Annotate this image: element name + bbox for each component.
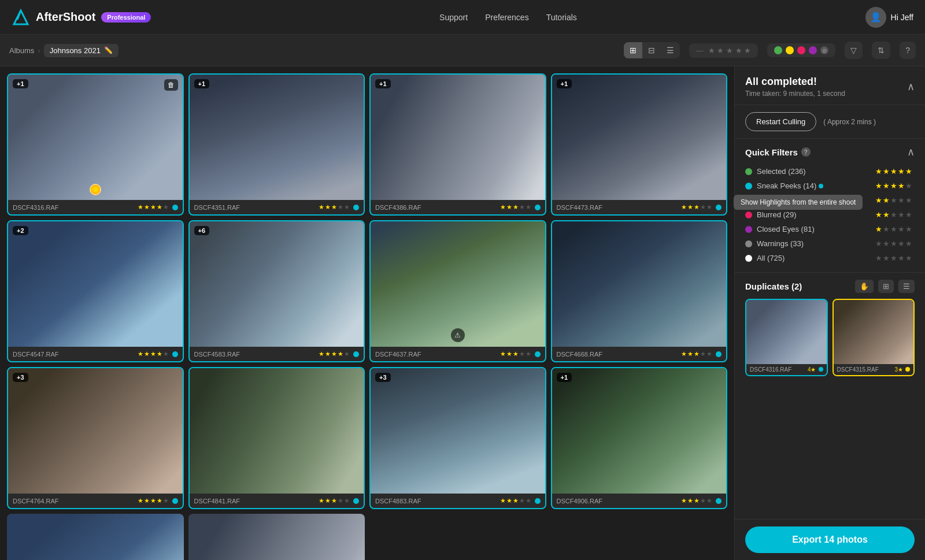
filter-stars[interactable]: ★★★★★ (875, 225, 912, 233)
user-area[interactable]: 👤 Hi Jeff (865, 7, 913, 28)
albums-link[interactable]: Albums (9, 46, 34, 55)
photo-item[interactable]: ⚠ DSCF4637.RAF ★★★★★ (369, 220, 546, 362)
duplicate-photo-item[interactable]: DSCF4316.RAF 4★ (745, 299, 828, 376)
support-link[interactable]: Support (439, 13, 468, 22)
sort-btn[interactable]: ⇅ (872, 42, 890, 59)
filter-row[interactable]: Rejects (105) ★★★★★ (745, 193, 915, 207)
photo-item[interactable]: +1 DSCF4386.RAF ★★★★★ (369, 73, 546, 216)
duplicate-photo-item[interactable]: DSCF4315.RAF 3★ (832, 299, 915, 376)
dup-grid-btn[interactable]: ⊞ (878, 280, 894, 293)
filter-row[interactable]: All (725) ★★★★★ (745, 251, 915, 265)
filter-row[interactable]: Sneak Peeks (14) ★★★★★ Show Highlights f… (745, 179, 915, 193)
export-btn[interactable]: Export 14 photos (745, 526, 915, 553)
filter-sneak-dot (819, 184, 823, 188)
photo-delete-btn[interactable]: 🗑 (164, 79, 178, 91)
photo-badge: +3 (13, 373, 28, 382)
filter-stars[interactable]: ★★★★★ (875, 239, 912, 248)
list-view-btn[interactable]: ☰ (661, 42, 680, 58)
filter-row[interactable]: Selected (236) ★★★★★ (745, 164, 915, 179)
filter-stars[interactable]: ★★★★★ (875, 181, 912, 190)
photo-item[interactable]: +1 DSCF4473.RAF ★★★★★ (551, 73, 728, 216)
photo-item[interactable]: +6 DSCF4583.RAF ★★★★★ (188, 220, 365, 362)
photo-item[interactable]: +1 DSCF4351.RAF ★★★★★ (188, 73, 365, 216)
photo-item[interactable]: +3 DSCF4764.RAF ★★★★★ (7, 367, 184, 509)
dup-list-btn[interactable]: ☰ (898, 280, 915, 293)
photo-stars[interactable]: ★★★★★ (138, 497, 169, 505)
photo-item[interactable]: +1🗑 DSCF4316.RAF ★★★★★ (7, 73, 184, 216)
photo-item[interactable]: +1 DSCF4906.RAF ★★★★★ (551, 367, 728, 509)
photo-stars[interactable]: ★★★★★ (138, 203, 169, 211)
view-buttons: ⊞ ⊟ ☰ (624, 42, 680, 58)
photo-thumbnail: ⚠ (371, 221, 545, 347)
filter-row[interactable]: Blurred (29) ★★★★★ (745, 207, 915, 222)
photo-info: DSCF4906.RAF ★★★★★ (552, 494, 727, 508)
preferences-link[interactable]: Preferences (485, 13, 528, 22)
photo-stars[interactable]: ★★★★★ (138, 350, 169, 358)
photo-item[interactable]: +2 DSCF4547.RAF ★★★★★ (7, 220, 184, 362)
dup-hand-btn[interactable]: ✋ (855, 280, 874, 293)
photo-grid: +1🗑 DSCF4316.RAF ★★★★★ +1 DSCF4351.RAF ★… (7, 73, 727, 560)
filter-row[interactable]: Closed Eyes (81) ★★★★★ (745, 222, 915, 236)
filter-stars[interactable]: ★★★★★ (875, 210, 912, 219)
photo-status-dot (353, 498, 359, 504)
photo-item[interactable] (188, 514, 365, 560)
photo-stars[interactable]: ★★★★★ (319, 497, 350, 505)
photo-badge: +3 (375, 373, 391, 382)
photo-stars[interactable]: ★★★★★ (500, 497, 531, 505)
photo-item[interactable]: +3 DSCF4883.RAF ★★★★★ (369, 367, 546, 509)
purple-filter-dot[interactable] (809, 46, 817, 54)
filter-color-indicator (745, 183, 752, 190)
photo-info: DSCF4351.RAF ★★★★★ (190, 200, 364, 214)
photo-stars[interactable]: ★★★★★ (681, 203, 712, 211)
red-filter-dot[interactable] (797, 46, 805, 54)
filter-color-indicator (745, 168, 752, 175)
photo-badge: +2 (13, 226, 28, 235)
photo-status-dot (535, 351, 541, 357)
quick-filters-section: Quick Filters ? ∧ Selected (236) ★★★★★ S… (735, 139, 925, 273)
logo-area: AfterShoot Professional (12, 8, 151, 27)
photo-status-dot (172, 498, 178, 504)
star-filter[interactable]: — ★ ★ ★ ★ ★ (689, 43, 758, 58)
photo-stars[interactable]: ★★★★★ (681, 350, 712, 358)
filter-btn[interactable]: ▽ (845, 42, 863, 59)
tutorials-link[interactable]: Tutorials (546, 13, 577, 22)
small-grid-view-btn[interactable]: ⊟ (642, 42, 661, 58)
photo-info: DSCF4764.RAF ★★★★★ (8, 494, 183, 508)
photo-stars[interactable]: ★★★★★ (319, 350, 350, 358)
duplicates-section: Duplicates (2) ✋ ⊞ ☰ DSCF4316.RAF 4★ DSC… (735, 273, 925, 519)
filter-stars[interactable]: ★★★★★ (875, 167, 912, 176)
grid-view-btn[interactable]: ⊞ (624, 42, 642, 58)
filter-row[interactable]: Warnings (33) ★★★★★ (745, 236, 915, 251)
photo-thumbnail: +3 (371, 368, 545, 494)
green-filter-dot[interactable] (774, 46, 782, 54)
photo-item[interactable] (7, 514, 184, 560)
no-color-filter-dot[interactable]: ⊘ (820, 46, 828, 54)
restart-section: Restart Culling ( Approx 2 mins ) (735, 105, 925, 139)
photo-badge: +6 (194, 226, 210, 235)
selected-indicator (90, 184, 101, 195)
photo-item[interactable]: DSCF4668.RAF ★★★★★ (551, 220, 728, 362)
dup-info: DSCF4316.RAF 4★ (746, 364, 827, 375)
color-filters[interactable]: ⊘ (767, 43, 835, 57)
yellow-filter-dot[interactable] (786, 46, 794, 54)
quick-filters-help-icon[interactable]: ? (801, 147, 811, 157)
filter-stars[interactable]: ★★★★★ (875, 196, 912, 205)
photo-name: DSCF4764.RAF (13, 498, 134, 505)
restart-culling-btn[interactable]: Restart Culling (745, 112, 816, 131)
collapse-btn[interactable]: ∧ (907, 80, 915, 93)
photo-stars[interactable]: ★★★★★ (500, 350, 531, 358)
filter-color-indicator (745, 197, 752, 204)
panel-subtitle: Time taken: 9 minutes, 1 second (745, 90, 845, 98)
photo-grid-container[interactable]: +1🗑 DSCF4316.RAF ★★★★★ +1 DSCF4351.RAF ★… (0, 66, 734, 560)
filter-stars[interactable]: ★★★★★ (875, 254, 912, 262)
photo-thumbnail: +3 (8, 368, 183, 494)
edit-album-icon[interactable]: ✏️ (104, 46, 113, 54)
photo-name: DSCF4583.RAF (194, 351, 316, 358)
photo-stars[interactable]: ★★★★★ (681, 497, 712, 505)
quick-filters-collapse-btn[interactable]: ∧ (907, 146, 915, 158)
photo-stars[interactable]: ★★★★★ (319, 203, 350, 211)
photo-stars[interactable]: ★★★★★ (500, 203, 531, 211)
photo-item[interactable]: DSCF4841.RAF ★★★★★ (188, 367, 365, 509)
filter-label: Warnings (33) (757, 239, 875, 248)
help-btn[interactable]: ? (900, 42, 916, 59)
